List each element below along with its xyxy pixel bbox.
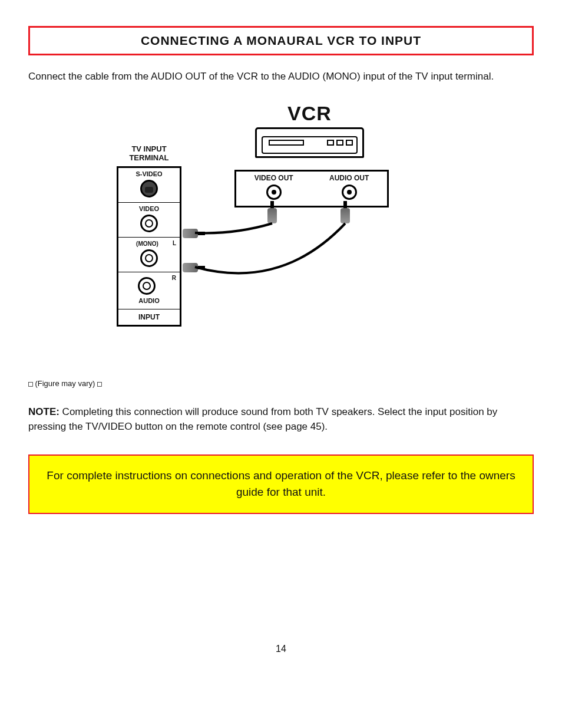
vcr-rear-panel: VIDEO OUT AUDIO OUT: [234, 170, 389, 207]
video-label: VIDEO: [139, 205, 159, 212]
rca-plug-icon: [267, 208, 277, 223]
rca-plug-icon: [183, 263, 198, 272]
page-number: 14: [28, 644, 534, 654]
input-label: INPUT: [118, 309, 180, 325]
note-paragraph: NOTE: Completing this connection will pr…: [28, 404, 534, 434]
audio-out-label: AUDIO OUT: [329, 174, 369, 182]
l-label: L: [173, 240, 176, 246]
caption-prefix: (Figure may vary): [35, 379, 95, 388]
rca-jack-icon: [342, 185, 357, 200]
figure-caption: □ (Figure may vary) □: [28, 379, 534, 388]
audio-out-port: AUDIO OUT: [329, 174, 369, 200]
connection-diagram: VCR VIDEO OUT AUDIO: [28, 102, 534, 361]
vcr-block: VCR: [255, 102, 364, 158]
intro-text: Connect the cable from the AUDIO OUT of …: [28, 70, 534, 84]
vcr-label: VCR: [255, 102, 364, 125]
tv-input-terminal: TV INPUT TERMINAL S-VIDEO VIDEO (MONO) L: [117, 144, 181, 327]
svideo-jack-icon: [140, 180, 158, 197]
video-out-label: VIDEO OUT: [254, 174, 293, 182]
rca-jack-icon: [140, 249, 158, 267]
rca-plug-icon: [340, 208, 350, 223]
callout-box: For complete instructions on connections…: [28, 454, 534, 514]
rca-jack-icon: [266, 185, 282, 200]
video-out-port: VIDEO OUT: [254, 174, 293, 200]
svideo-label: S-VIDEO: [135, 170, 162, 177]
section-title: CONNECTING A MONAURAL VCR TO INPUT: [28, 26, 534, 55]
note-lead: NOTE:: [28, 406, 59, 417]
tv-terminal-title-2: TERMINAL: [129, 153, 168, 162]
mono-label: (MONO): [136, 241, 158, 247]
audio-label: AUDIO: [122, 297, 176, 304]
rca-plug-icon: [183, 229, 198, 238]
vcr-device-icon: [255, 127, 364, 158]
r-label: R: [172, 275, 176, 281]
rca-jack-icon: [138, 277, 156, 295]
note-body: Completing this connection will produce …: [28, 406, 497, 433]
tv-terminal-title-1: TV INPUT: [131, 144, 166, 153]
rca-jack-icon: [140, 215, 158, 232]
